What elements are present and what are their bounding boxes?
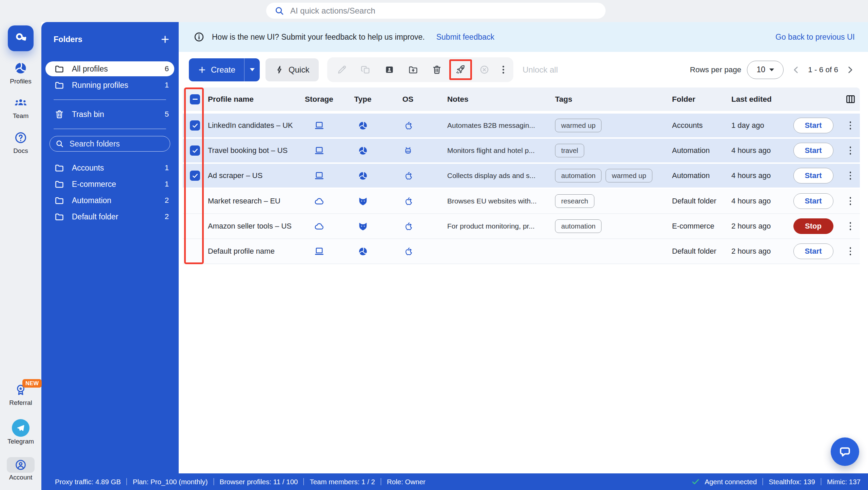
chat-widget-button[interactable] xyxy=(831,437,859,466)
search-icon xyxy=(274,6,284,16)
folder-item-ecommerce[interactable]: E-commerce 1 xyxy=(45,177,174,192)
macos-icon xyxy=(403,221,413,232)
folder-icon xyxy=(54,64,64,74)
rail-label: Docs xyxy=(0,147,41,155)
column-settings-icon[interactable] xyxy=(845,94,856,105)
tag-chip: travel xyxy=(555,144,584,157)
delete-button[interactable] xyxy=(431,64,442,75)
row-menu-button[interactable] xyxy=(850,121,851,130)
profile-row[interactable]: Market research – EU Browses EU websites… xyxy=(183,189,860,214)
tag-chip: automation xyxy=(555,219,601,233)
rail-label: Team xyxy=(0,112,41,120)
row-menu-button[interactable] xyxy=(850,146,851,155)
row-checkbox[interactable] xyxy=(190,145,200,156)
rail-item-docs[interactable]: Docs xyxy=(0,131,41,155)
next-page-button[interactable] xyxy=(845,65,855,75)
profile-name: LinkedIn candidates – UK xyxy=(204,121,300,130)
folder-search-input[interactable] xyxy=(69,139,164,149)
check-icon xyxy=(691,477,700,486)
folder-label: Trash bin xyxy=(72,110,104,119)
create-dropdown-button[interactable] xyxy=(244,58,260,81)
notes-cell: Browses EU websites with... xyxy=(428,197,541,205)
check-icon xyxy=(191,147,199,155)
macos-icon xyxy=(403,246,413,257)
row-checkbox[interactable] xyxy=(190,171,200,181)
rail-item-account[interactable]: Account xyxy=(0,457,41,481)
folder-search[interactable] xyxy=(50,136,170,152)
folder-item-all-profiles[interactable]: All profiles 6 xyxy=(45,61,174,76)
chevron-left-icon xyxy=(791,65,801,75)
rail-item-telegram[interactable]: Telegram xyxy=(0,419,41,445)
stealthfox-browser-icon xyxy=(358,221,368,232)
folder-item-automation[interactable]: Automation 2 xyxy=(45,193,174,208)
select-all-checkbox[interactable] xyxy=(190,94,200,104)
clone-profile-button[interactable] xyxy=(384,64,395,75)
new-badge: NEW xyxy=(22,379,42,388)
more-actions-button[interactable] xyxy=(502,66,504,74)
row-menu-button[interactable] xyxy=(850,197,851,205)
start-button[interactable]: Start xyxy=(793,243,833,259)
folder-count: 2 xyxy=(165,196,169,205)
rail-item-referral[interactable]: NEW Referral xyxy=(0,383,41,407)
android-icon xyxy=(403,145,413,156)
brand-icon xyxy=(13,31,28,46)
row-menu-button[interactable] xyxy=(850,222,851,230)
duplicate-button xyxy=(360,64,371,75)
profile-row[interactable]: Default profile name Default folder 2 ho… xyxy=(183,239,860,264)
info-icon xyxy=(193,31,205,43)
folder-item-accounts[interactable]: Accounts 1 xyxy=(45,160,174,175)
launch-button[interactable] xyxy=(455,64,466,75)
table-body: LinkedIn candidates – UK Automates B2B m… xyxy=(183,114,860,264)
folder-label: Running profiles xyxy=(72,81,128,90)
global-search[interactable] xyxy=(266,3,606,19)
profile-card-icon xyxy=(384,64,395,75)
folder-item-trash-bin[interactable]: Trash bin 5 xyxy=(45,107,174,122)
rows-per-page-value: 10 xyxy=(756,65,765,74)
quick-label: Quick xyxy=(289,65,309,75)
app-logo[interactable] xyxy=(8,25,34,51)
divider xyxy=(763,478,763,485)
column-header-folder: Folder xyxy=(658,95,718,104)
folder-item-default-folder[interactable]: Default folder 2 xyxy=(45,209,174,224)
profile-row[interactable]: Amazon seller tools – US For product mon… xyxy=(183,214,860,239)
search-input[interactable] xyxy=(290,6,597,16)
row-menu-button[interactable] xyxy=(850,247,851,255)
telegram-icon xyxy=(12,419,29,437)
profile-row[interactable]: Ad scraper – US Collects display ads and… xyxy=(183,164,860,189)
row-checkbox[interactable] xyxy=(190,120,200,131)
start-button[interactable]: Start xyxy=(793,118,833,133)
laptop-icon xyxy=(314,145,324,156)
rail-item-team[interactable]: Team xyxy=(0,96,41,120)
profile-name: Travel booking bot – US xyxy=(204,146,300,155)
last-edited-cell: 4 hours ago xyxy=(718,146,786,155)
notes-cell: For product monitoring, pr... xyxy=(428,222,541,230)
stealthfox-version: Stealthfox: 139 xyxy=(769,478,815,486)
folder-label: Automation xyxy=(72,196,111,205)
go-back-previous-ui-link[interactable]: Go back to previous UI xyxy=(775,33,855,42)
divider xyxy=(54,99,166,100)
start-button[interactable]: Start xyxy=(793,193,833,209)
profile-row[interactable]: Travel booking bot – US Monitors flight … xyxy=(183,139,860,164)
folder-count: 5 xyxy=(165,110,169,119)
move-to-folder-button[interactable] xyxy=(408,64,419,75)
quick-button[interactable]: Quick xyxy=(265,58,319,81)
folder-item-running-profiles[interactable]: Running profiles 1 xyxy=(45,78,174,93)
main-content: How is the new UI? Submit your feedback … xyxy=(179,22,868,473)
column-header-type: Type xyxy=(338,95,388,104)
submit-feedback-link[interactable]: Submit feedback xyxy=(436,33,494,42)
folders-title: Folders xyxy=(54,35,82,44)
column-header-os: OS xyxy=(388,95,428,104)
row-menu-button[interactable] xyxy=(850,172,851,180)
divider xyxy=(303,478,304,485)
previous-page-button[interactable] xyxy=(791,65,801,75)
start-button[interactable]: Start xyxy=(793,143,833,158)
start-button[interactable]: Start xyxy=(793,168,833,183)
add-folder-button[interactable] xyxy=(159,33,171,45)
rail-item-profiles[interactable]: Profiles xyxy=(0,61,41,85)
divider xyxy=(381,478,381,485)
create-button[interactable]: Create xyxy=(189,58,244,81)
profile-row[interactable]: LinkedIn candidates – UK Automates B2B m… xyxy=(183,114,860,139)
stop-button[interactable]: Stop xyxy=(793,218,833,234)
folder-icon xyxy=(54,80,64,90)
rows-per-page-select[interactable]: 10 xyxy=(747,61,784,79)
